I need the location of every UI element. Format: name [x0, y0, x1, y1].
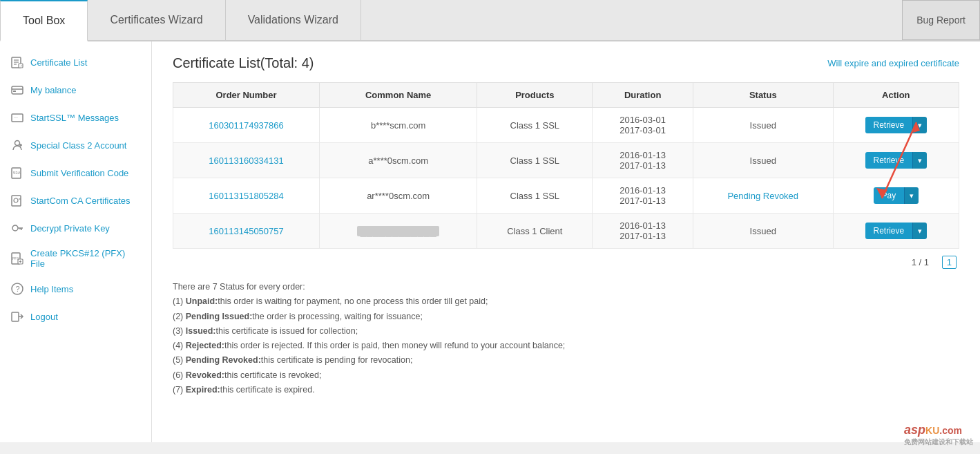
svg-text:53A: 53A: [13, 171, 21, 175]
logout-icon: [10, 309, 25, 324]
cell-products: Class 1 Client: [477, 214, 593, 249]
bug-report-label: Bug Report: [916, 15, 965, 26]
sidebar-item-startcom-ca-label: StartCom CA Certificates: [30, 196, 131, 206]
status-description-item: (7) Expired:this certificate is expired.: [173, 383, 959, 397]
sidebar-item-certificate-list-label: Certificate List: [30, 57, 87, 68]
status-desc: this order is waiting for payment, no on…: [218, 296, 488, 306]
startssl-messages-icon: ···: [10, 110, 25, 125]
cell-products: Class 1 SSL: [477, 108, 593, 143]
sidebar-item-certificate-list[interactable]: ✓ Certificate List: [0, 48, 151, 76]
tab-certificates-wizard-label: Certificates Wizard: [110, 14, 202, 26]
sidebar-item-startssl-messages-label: StartSSL™ Messages: [30, 113, 119, 123]
order-link[interactable]: 160113145050757: [209, 226, 283, 236]
status-key: Pending Revoked:: [186, 355, 261, 365]
sidebar-item-special-class-label: Special Class 2 Account: [30, 140, 126, 151]
cell-common-name: ████████████: [320, 214, 477, 249]
my-balance-icon: [10, 82, 25, 97]
sidebar-item-special-class[interactable]: Special Class 2 Account: [0, 131, 151, 159]
cell-action: Retrieve ▾: [833, 108, 959, 143]
sidebar-item-logout-label: Logout: [30, 312, 58, 322]
sidebar-item-startssl-messages[interactable]: ··· StartSSL™ Messages: [0, 104, 151, 131]
special-class-icon: [10, 138, 25, 153]
table-row: 160113160334131 a****0scm.com Class 1 SS…: [173, 143, 959, 178]
decrypt-key-icon: [10, 220, 25, 236]
tab-validations-wizard-label: Validations Wizard: [248, 14, 338, 26]
cell-products: Class 1 SSL: [477, 143, 593, 178]
retrieve-dropdown-button[interactable]: ▾: [912, 152, 927, 169]
status-description-item: (3) Issued:this certificate is issued fo…: [173, 324, 959, 339]
cell-order: 160113151805284: [173, 178, 320, 214]
status-desc: this order is rejected. If this order is…: [224, 341, 565, 350]
cell-action: Pay ▾: [833, 178, 959, 214]
cell-status: Issued: [693, 143, 833, 178]
cell-duration: 2016-03-012017-03-01: [593, 108, 693, 143]
common-name-value: ar****0scm.com: [367, 191, 430, 201]
startcom-ca-icon: [10, 193, 25, 208]
svg-rect-30: [12, 312, 19, 321]
expire-certificate-link[interactable]: Will expire and expired certificate: [827, 58, 959, 68]
col-duration: Duration: [593, 83, 693, 108]
svg-point-17: [14, 198, 18, 202]
cell-common-name: ar****0scm.com: [320, 178, 477, 214]
retrieve-button[interactable]: Retrieve: [865, 223, 913, 239]
sidebar-item-submit-verification-label: Submit Verification Code: [30, 168, 128, 178]
action-button-group: Retrieve ▾: [865, 223, 928, 239]
svg-rect-16: [12, 196, 21, 206]
retrieve-dropdown-button[interactable]: ▾: [912, 117, 927, 133]
action-button-group: Retrieve ▾: [865, 117, 928, 133]
bug-report-button[interactable]: Bug Report: [902, 0, 980, 40]
col-common-name: Common Name: [320, 83, 477, 108]
col-action: Action: [833, 83, 959, 108]
status-description-item: (6) Revoked:this certificate is revoked;: [173, 368, 959, 383]
pagination-page-number[interactable]: 1: [942, 256, 957, 269]
pagination: 1 / 1 1: [173, 257, 959, 267]
status-key: Issued:: [186, 326, 216, 336]
status-key: Revoked:: [186, 370, 224, 380]
table-row: 160113145050757 ████████████ Class 1 Cli…: [173, 214, 959, 249]
sidebar-item-my-balance[interactable]: My balance: [0, 76, 151, 104]
sidebar-item-help[interactable]: ? Help Items: [0, 275, 151, 303]
watermark: aspKU.com 免费网站建设和下载站: [904, 423, 973, 442]
order-link[interactable]: 160113151805284: [209, 191, 283, 201]
status-key: Unpaid:: [186, 296, 218, 306]
order-link[interactable]: 160113160334131: [209, 155, 283, 166]
pay-dropdown-button[interactable]: ▾: [904, 187, 919, 204]
sidebar-item-logout[interactable]: Logout: [0, 303, 151, 330]
pay-button[interactable]: Pay: [874, 187, 905, 204]
common-name-value: a****0scm.com: [368, 155, 428, 166]
svg-rect-6: [12, 86, 23, 94]
cell-status: Issued: [693, 108, 833, 143]
status-description-item: (5) Pending Revoked:this certificate is …: [173, 353, 959, 368]
status-key: Expired:: [186, 385, 220, 395]
svg-point-19: [12, 225, 18, 231]
cell-order: 160113145050757: [173, 214, 320, 249]
cell-status: Pending Revoked: [693, 178, 833, 214]
status-description-item: (1) Unpaid:this order is waiting for pay…: [173, 294, 959, 309]
status-description-item: (4) Rejected:this order is rejected. If …: [173, 339, 959, 353]
tab-toolbox[interactable]: Tool Box: [0, 0, 88, 41]
certificate-table-wrapper: Order Number Common Name Products Durati…: [173, 82, 959, 249]
top-tabs-bar: Tool Box Certificates Wizard Validations…: [0, 0, 980, 41]
cell-common-name: a****0scm.com: [320, 143, 477, 178]
tab-validations-wizard[interactable]: Validations Wizard: [226, 0, 361, 40]
sidebar-item-submit-verification[interactable]: 53A Submit Verification Code: [0, 159, 151, 187]
order-link[interactable]: 160301174937866: [209, 120, 283, 131]
common-name-value: ████████████: [357, 226, 439, 236]
status-intro: There are 7 Status for every order:: [173, 280, 959, 294]
sidebar-item-create-pkcs[interactable]: PFX Create PKCS#12 (PFX) File: [0, 242, 151, 275]
action-button-group: Pay ▾: [874, 187, 919, 204]
sidebar-item-help-label: Help Items: [30, 284, 73, 294]
status-key: Rejected:: [186, 341, 224, 350]
tab-certificates-wizard[interactable]: Certificates Wizard: [88, 0, 225, 40]
tab-toolbox-label: Tool Box: [23, 15, 65, 27]
sidebar-item-decrypt-key[interactable]: Decrypt Private Key: [0, 214, 151, 242]
retrieve-dropdown-button[interactable]: ▾: [912, 223, 927, 239]
sidebar-item-startcom-ca[interactable]: StartCom CA Certificates: [0, 187, 151, 214]
cell-duration: 2016-01-132017-01-13: [593, 178, 693, 214]
col-status: Status: [693, 83, 833, 108]
content-area: Certificate List(Total: 4) Will expire a…: [152, 41, 980, 442]
status-key: Pending Issued:: [186, 312, 253, 321]
retrieve-button[interactable]: Retrieve: [865, 117, 913, 133]
retrieve-button[interactable]: Retrieve: [865, 152, 913, 169]
main-layout: ✓ Certificate List My balance ··· StartS…: [0, 41, 980, 442]
